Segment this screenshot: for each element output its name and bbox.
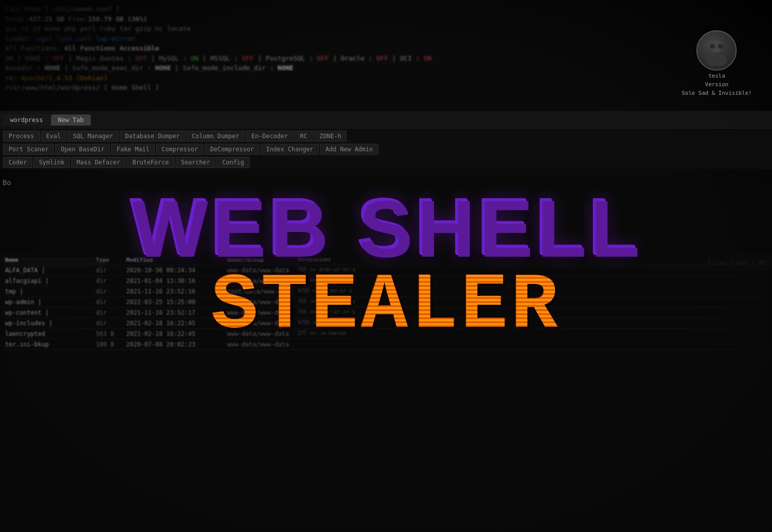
term-line-6: ON | SSH2 : OFF | Magic Quotes : OFF | M… (5, 53, 767, 64)
term-line-1: Cant Read [ /etc/named.conf ] (5, 4, 767, 14)
menu-decompressor[interactable]: DeCompressor (204, 144, 259, 155)
table-row[interactable]: alfacgiapi | dir 2021-01-04 13:30:16 www… (5, 276, 767, 286)
bo-label: Bo (3, 179, 11, 187)
menu-symlink[interactable]: Symlink (33, 157, 70, 168)
badge-container: tesla Version Sole Sad & Invisible! (682, 30, 752, 96)
menu-open-basedir[interactable]: Open BaseDir (55, 144, 110, 155)
menu-sql-manager[interactable]: SQL Manager (67, 131, 118, 142)
table-row[interactable]: wp-includes | dir 2021-02-18 16:22:45 ww… (5, 318, 767, 329)
menu-coder[interactable]: Coder (3, 157, 32, 168)
menu-compressor[interactable]: Compressor (156, 144, 203, 155)
menu-mass-defacer[interactable]: Mass Defacer (71, 157, 126, 168)
term-line-9: /var/www/html/wordpress/ [ Home Shell ] (5, 83, 767, 93)
menu-en-decoder[interactable]: En-Decoder (246, 131, 293, 142)
menu-port-scanner[interactable]: Port Scaner (3, 144, 54, 155)
badge-avatar (696, 30, 737, 71)
table-row[interactable]: wp-content | dir 2021-11-16 23:52:17 www… (5, 308, 767, 318)
table-row[interactable]: ALFA_DATA | dir 2020-10-30 00:24:34 www-… (5, 265, 767, 276)
menu-database-dumper[interactable]: Database Dumper (120, 131, 185, 142)
table-row[interactable]: ter.ini-bkup 100 B 2020-07-08 20:02:23 w… (5, 339, 767, 350)
menu-eval[interactable]: Eval (41, 131, 67, 142)
badge-name: tesla (708, 73, 725, 79)
table-row[interactable]: wp-admin | dir 2022-03-25 15:25:00 www-d… (5, 297, 767, 308)
table-row[interactable]: tmp | dir 2021-11-16 23:52:16 root-data/… (5, 286, 767, 297)
menu-searcher[interactable]: Searcher (176, 157, 216, 168)
term-line-8: re: Apache/2.4.53 (Debian) (5, 73, 767, 83)
menu-process[interactable]: Process (3, 131, 40, 142)
menu-zone-h[interactable]: ZONE-h (314, 131, 347, 142)
menu-add-new-admin[interactable]: Add New Admin (320, 144, 378, 155)
menu-row-1: Process Eval SQL Manager Database Dumper… (0, 130, 772, 143)
svg-point-3 (718, 44, 723, 49)
term-line-2: Total:437.25 GB Free:158.79 GB (36%) (5, 14, 767, 24)
file-manager: Name Type Modified Owner/Group Permissio… (0, 252, 772, 532)
menu-row-3: Coder Symlink Mass Defacer BruteForce Se… (0, 156, 772, 169)
webshell-menu: Process Eval SQL Manager Database Dumper… (0, 130, 772, 169)
browser-nav-bar: wordpress New Tab (0, 111, 772, 129)
svg-point-2 (710, 44, 715, 49)
term-line-3: gcc cc id make php perl ruby tar gzip nc… (5, 24, 767, 34)
menu-rc[interactable]: RC (295, 131, 313, 142)
menu-index-changer[interactable]: Index Changer (260, 144, 319, 155)
fm-header: Name Type Modified Owner/Group Permissio… (5, 255, 767, 265)
menu-bruteforce[interactable]: BruteForce (127, 157, 174, 168)
term-line-4: loader: wget lynx curl lwp-mirror (5, 34, 767, 44)
menu-fake-mail[interactable]: Fake Mail (111, 144, 155, 155)
term-line-7: Basedir : NONE | Safe_mode_exec_dir : NO… (5, 63, 767, 73)
badge-version: Version (705, 81, 728, 88)
badge-tagline: Sole Sad & Invisible! (682, 90, 752, 96)
menu-row-2: Port Scaner Open BaseDir Fake Mail Compr… (0, 143, 772, 156)
menu-column-dumper[interactable]: Column Dumper (186, 131, 245, 142)
table-row[interactable]: laencrypted 563 B 2021-02-18 16:22:45 ww… (5, 329, 767, 339)
svg-point-1 (706, 53, 727, 66)
tab-new-tab[interactable]: New Tab (51, 114, 91, 126)
tab-wordpress[interactable]: wordpress (3, 114, 50, 126)
menu-config[interactable]: Config (216, 157, 249, 168)
term-line-5: All Functions: All Functions Accessible (5, 43, 767, 53)
